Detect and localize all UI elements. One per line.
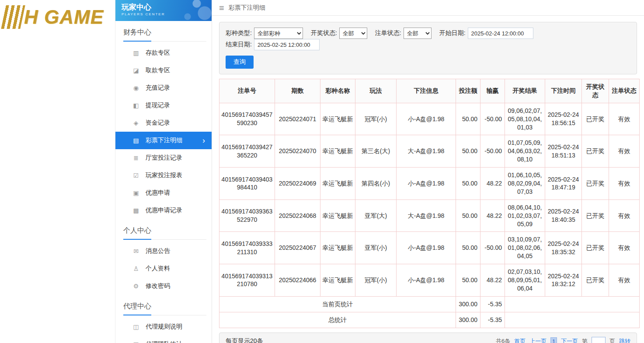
promo-apply-records-icon: ▩ <box>132 207 140 214</box>
sidebar-item[interactable]: ▦ 代理团队统计 › <box>115 336 212 343</box>
cell-order-status: 有效 <box>609 168 640 200</box>
prev-page-link[interactable]: 上一页 <box>529 337 547 343</box>
cell-win-loss: 48.22 <box>480 200 505 232</box>
sidebar-item-label: 提现记录 <box>146 102 212 109</box>
chevron-right-icon: › <box>202 136 205 144</box>
grand-total-label: 总统计 <box>219 312 456 328</box>
cell-bet-no: 401569174039457590230 <box>219 103 275 135</box>
bets-table: 注单号期数彩种名称玩法下注信息投注额输赢开奖结果下注时间开奖状态注单状态 401… <box>219 79 640 328</box>
jump-prefix-text: 第 <box>582 337 588 343</box>
funds-records-icon: ◈ <box>132 119 140 126</box>
sidebar-item[interactable]: ▩ 优惠申请记录 › <box>115 202 212 219</box>
sidebar: 玩家中心 PLAYERS CENTER 财务中心 ▥ 存款专区 › ◪ 取款专区… <box>115 0 212 343</box>
cell-win-loss: -50.00 <box>480 135 505 168</box>
column-header: 彩种名称 <box>320 79 355 103</box>
cell-draw-result: 01,06,10,05,08,02,09,04,07,03 <box>505 168 545 200</box>
sidebar-item-label: 取款专区 <box>146 66 212 74</box>
cell-bet-no: 401569174039333211310 <box>219 232 275 264</box>
cell-play: 亚军(小) <box>355 232 397 264</box>
jump-button[interactable]: 跳转 <box>619 337 630 343</box>
cell-draw-status: 已开奖 <box>582 200 609 232</box>
cell-period: 20250224068 <box>275 200 320 232</box>
cell-amount: 50.00 <box>456 135 480 168</box>
order-status-select[interactable]: 全部 <box>404 28 432 39</box>
column-header: 投注额 <box>456 79 480 103</box>
sidebar-item[interactable]: ≣ 厅室投注记录 › <box>115 149 212 167</box>
draw-status-select[interactable]: 全部 <box>339 28 367 39</box>
page-title: 彩票下注明细 <box>229 4 265 12</box>
sidebar-header: 玩家中心 PLAYERS CENTER <box>115 0 212 21</box>
table-row: 401569174039427365220 20250224070 幸运飞艇新 … <box>219 135 640 168</box>
cell-bet-time: 2025-02-24 18:40:35 <box>545 200 582 232</box>
cell-bet-info: 大-A盘@1.98 <box>397 135 456 168</box>
sidebar-item-label: 代理团队统计 <box>146 340 212 343</box>
cell-lottery-name: 幸运飞艇新 <box>320 103 355 135</box>
cell-bet-time: 2025-02-24 18:32:12 <box>545 264 582 297</box>
page-total-row: 当前页统计 300.00 -5.35 <box>219 296 640 312</box>
page-total-win-loss: -5.35 <box>480 296 505 312</box>
pagination-bar: 每页显示20条 共6条 首页 上一页 1 下一页 第 页 跳转 <box>219 332 637 343</box>
lottery-bet-details-icon: ▤ <box>132 137 140 144</box>
total-count-text: 共6条 <box>496 337 510 343</box>
cell-bet-no: 401569174039427365220 <box>219 135 275 168</box>
sidebar-item[interactable]: ◫ 代理规则说明 › <box>115 318 212 336</box>
cell-bet-info: 小-A盘@1.98 <box>397 103 456 135</box>
sidebar-menu-finance: ▥ 存款专区 › ◪ 取款专区 › ◉ 充值记录 › ◧ <box>115 42 212 219</box>
column-header: 注单号 <box>219 79 275 103</box>
cell-bet-time: 2025-02-24 18:35:32 <box>545 232 582 264</box>
cell-period: 20250224067 <box>275 232 320 264</box>
agent-team-stats-icon: ▦ <box>132 341 140 343</box>
cell-order-status: 有效 <box>609 103 640 135</box>
sidebar-item[interactable]: ◧ 提现记录 › <box>115 97 212 114</box>
sidebar-item[interactable]: ▤ 彩票下注明细 › <box>115 132 212 149</box>
start-date-input[interactable] <box>468 28 533 39</box>
cell-amount: 50.00 <box>456 264 480 297</box>
filter-order-status: 注单状态: 全部 <box>375 28 432 39</box>
agent-rules-icon: ◫ <box>132 323 140 330</box>
lottery-type-select[interactable]: 全部彩种 <box>254 28 303 39</box>
table-row: 401569174039333211310 20250224067 幸运飞艇新 … <box>219 232 640 264</box>
sidebar-item[interactable]: ◉ 充值记录 › <box>115 79 212 97</box>
table-row: 401569174039403984410 20250224069 幸运飞艇新 … <box>219 168 640 200</box>
sidebar-item[interactable]: ◈ 资金记录 › <box>115 114 212 132</box>
sidebar-item[interactable]: ♙ 个人资料 › <box>115 260 212 277</box>
current-page-badge[interactable]: 1 <box>550 337 557 343</box>
menu-toggle-icon[interactable]: ≡ <box>219 4 224 12</box>
sidebar-item-label: 优惠申请 <box>146 189 212 197</box>
page-total-label: 当前页统计 <box>219 296 456 312</box>
table-row: 401569174039457590230 20250224071 幸运飞艇新 … <box>219 103 640 135</box>
cell-win-loss: 48.22 <box>480 168 505 200</box>
cell-play: 冠军(小) <box>355 103 397 135</box>
sidebar-item-label: 厅室投注记录 <box>146 154 212 162</box>
sidebar-item[interactable]: ◪ 取款专区 › <box>115 62 212 79</box>
cell-win-loss: -50.00 <box>480 103 505 135</box>
logo[interactable]: H GAME <box>0 0 115 29</box>
next-page-link[interactable]: 下一页 <box>561 337 578 343</box>
section-title-personal: 个人中心 <box>123 219 206 240</box>
sidebar-item[interactable]: ✉ 消息公告 › <box>115 242 212 260</box>
first-page-link[interactable]: 首页 <box>514 337 526 343</box>
cell-amount: 50.00 <box>456 168 480 200</box>
sidebar-item[interactable]: ▥ 存款专区 › <box>115 44 212 62</box>
grand-total-win-loss: -5.35 <box>480 312 505 328</box>
cell-draw-result: 01,07,05,09,04,06,03,02,08,10 <box>505 135 545 168</box>
page-size-text: 每页显示20条 <box>226 337 263 343</box>
cell-bet-time: 2025-02-24 18:56:15 <box>545 103 582 135</box>
column-header: 开奖状态 <box>582 79 609 103</box>
jump-page-input[interactable] <box>592 337 606 343</box>
cell-bet-info: 小-A盘@1.98 <box>397 232 456 264</box>
sidebar-subtitle: PLAYERS CENTER <box>122 12 212 16</box>
sidebar-item-label: 代理规则说明 <box>146 323 212 331</box>
end-date-input[interactable] <box>254 39 320 50</box>
sidebar-item[interactable]: ⚙ 修改密码 › <box>115 277 212 295</box>
announcements-icon: ✉ <box>132 248 140 255</box>
cell-lottery-name: 幸运飞艇新 <box>320 135 355 168</box>
sidebar-item[interactable]: ▣ 优惠申请 › <box>115 184 212 202</box>
profile-icon: ♙ <box>132 265 140 272</box>
search-button[interactable]: 查询 <box>226 56 254 69</box>
cell-draw-result: 09,06,02,07,05,08,10,04,01,03 <box>505 103 545 135</box>
grand-total-amount: 300.00 <box>456 312 480 328</box>
sidebar-item[interactable]: ☑ 玩家投注报表 › <box>115 167 212 184</box>
filter-button-row: 查询 <box>226 56 630 69</box>
cell-play: 亚军(大) <box>355 200 397 232</box>
